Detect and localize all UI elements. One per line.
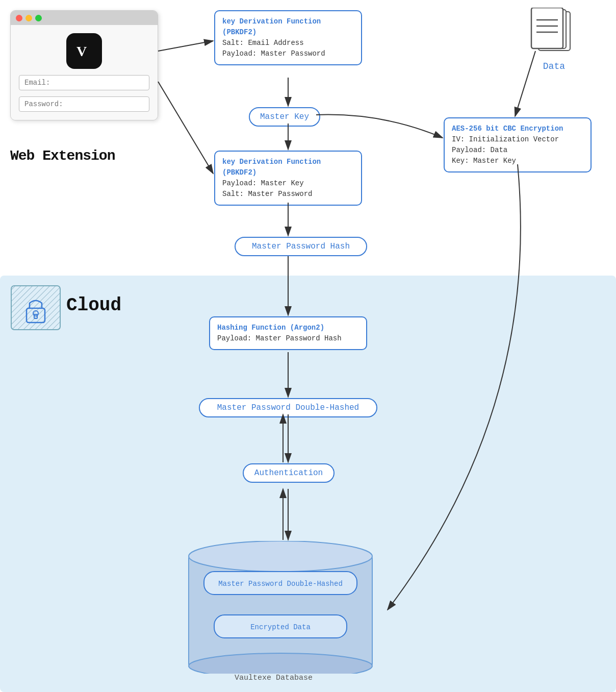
authentication-box: Authentication (243, 463, 335, 483)
browser-titlebar (11, 11, 158, 25)
master-password-hash-box: Master Password Hash (235, 237, 367, 256)
hashing-box: Hashing Function (Argon2) Payload: Maste… (209, 316, 367, 350)
kdf1-line2: Payload: Master Password (222, 48, 354, 59)
database-label: Vaultexe Database (235, 674, 313, 682)
app-icon: V (66, 33, 102, 69)
maximize-dot[interactable] (35, 15, 42, 21)
kdf2-line2: Salt: Master Password (222, 189, 354, 200)
svg-text:Encrypted Data: Encrypted Data (250, 623, 311, 631)
close-dot[interactable] (16, 15, 22, 21)
svg-line-25 (515, 51, 535, 116)
main-canvas: V Web Extension Data key Derivation Func… (0, 0, 616, 692)
kdf2-line1: Payload: Master Key (222, 178, 354, 189)
email-input[interactable] (19, 75, 149, 90)
kdf1-line1: Salt: Email Address (222, 38, 354, 48)
web-extension-label: Web Extension (10, 148, 115, 164)
svg-text:Master Password Double-Hashed: Master Password Double-Hashed (218, 580, 343, 588)
aes-box: AES-256 bit CBC Encryption IV: Initializ… (444, 117, 592, 172)
svg-line-22 (158, 82, 213, 174)
master-key-box: Master Key (249, 107, 320, 127)
cloud-lock-icon (10, 285, 61, 331)
kdf2-subtitle: (PBKDF2) (222, 167, 354, 178)
browser-window: V (10, 10, 158, 120)
aes-line3: Key: Master Key (452, 156, 583, 166)
svg-text:V: V (76, 43, 87, 59)
kdf1-box: key Derivation Function (PBKDF2) Salt: E… (214, 10, 362, 65)
master-double-hashed-top-box: Master Password Double-Hashed (199, 398, 377, 417)
data-label: Data (543, 61, 565, 71)
aes-title: AES-256 bit CBC Encryption (452, 123, 583, 134)
aes-line1: IV: Initialization Vector (452, 134, 583, 145)
svg-point-13 (189, 541, 372, 572)
database: Master Password Double-Hashed Encrypted … (184, 541, 377, 669)
password-input[interactable] (19, 96, 149, 112)
kdf1-subtitle: (PBKDF2) (222, 27, 354, 38)
svg-rect-3 (531, 8, 563, 48)
minimize-dot[interactable] (25, 15, 32, 21)
kdf2-box: key Derivation Function (PBKDF2) Payload… (214, 151, 362, 206)
data-document-icon (529, 8, 575, 59)
kdf1-title: key Derivation Function (222, 16, 354, 27)
aes-line2: Payload: Data (452, 145, 583, 156)
hashing-line1: Payload: Master Password Hash (217, 333, 359, 344)
browser-content: V (11, 25, 158, 120)
cloud-label: Cloud (66, 295, 121, 316)
svg-line-21 (158, 41, 213, 51)
hashing-title: Hashing Function (Argon2) (217, 323, 359, 333)
kdf2-title: key Derivation Function (222, 157, 354, 167)
